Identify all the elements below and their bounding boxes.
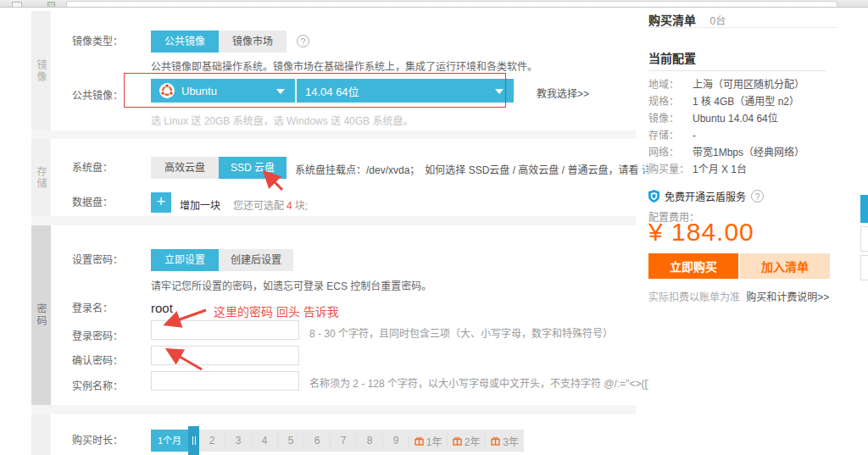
section-password: 密码 设置密码： 立即设置 创建后设置 请牢记您所设置的密码，如遗忘可登录 EC… xyxy=(31,225,636,405)
section-duration: 时长 购买时长： 1个月 2 3 4 5 6 7 8 9 1年 xyxy=(31,414,636,455)
price-value: ¥ 184.00 xyxy=(648,218,754,247)
duration-option[interactable]: 8 xyxy=(357,435,383,447)
action-buttons: 立即购买 加入清单 xyxy=(648,253,830,279)
system-disk-tabs: 高效云盘 SSD 云盘 xyxy=(151,157,287,179)
tab-ssd-disk[interactable]: SSD 云盘 xyxy=(219,157,287,179)
duration-option-year[interactable]: 2年 xyxy=(448,434,486,448)
chevron-down-icon xyxy=(495,89,504,94)
teach-me-link[interactable]: 教我选择>> xyxy=(537,86,589,100)
rail-storage[interactable]: 存储 xyxy=(31,139,51,216)
instance-name-input[interactable] xyxy=(151,371,299,391)
section-storage: 存储 系统盘： 高效云盘 SSD 云盘 系统盘挂载点：/dev/xvda； 如何… xyxy=(31,139,636,216)
instance-name-label: 实例名称： xyxy=(72,375,123,397)
image-type-label: 镜像类型： xyxy=(72,31,123,53)
data-disk-label: 数据盘： xyxy=(72,191,113,214)
shield-help-icon[interactable] xyxy=(751,190,764,203)
duration-option[interactable]: 3 xyxy=(225,435,252,447)
add-disk-text[interactable]: 增加一块 xyxy=(180,197,220,212)
rail-password-label: 密码 xyxy=(34,303,48,327)
billing-link[interactable]: 购买和计费说明>> xyxy=(746,291,829,303)
login-name-value: root xyxy=(151,301,173,315)
duration-option-year[interactable]: 1年 xyxy=(409,434,448,448)
address-bar[interactable] xyxy=(66,1,837,8)
login-password-input[interactable] xyxy=(151,320,299,340)
confirm-password-label: 确认密码： xyxy=(72,350,123,372)
rail-image[interactable]: 镜像 xyxy=(31,11,51,130)
rail-duration[interactable]: 时长 xyxy=(31,414,51,455)
config-title: 当前配置 xyxy=(648,49,696,66)
add-to-cart-button[interactable]: 加入清单 xyxy=(740,253,830,279)
buy-now-button[interactable]: 立即购买 xyxy=(648,253,738,279)
duration-option[interactable]: 6 xyxy=(304,435,331,447)
tab-efficient-disk[interactable]: 高效云盘 xyxy=(151,157,219,179)
image-type-help-icon[interactable] xyxy=(297,35,309,47)
browser-tab[interactable] xyxy=(12,2,22,8)
version-selected: 14.04 64位 xyxy=(305,83,359,99)
duration-option[interactable]: 4 xyxy=(252,435,278,447)
instance-name-rule: 名称须为 2 - 128 个字符，以大小写字母或中文开头，不支持字符 @/:="… xyxy=(309,375,687,390)
remaining-count: 4 xyxy=(284,200,295,212)
shield-text: 免费开通云盾服务 xyxy=(665,189,746,203)
billing-footnote: 实际扣费以账单为准 购买和计费说明>> xyxy=(648,289,829,303)
config-form: 镜像 镜像类型： 公共镜像 镜像市场 公共镜像即基础操作系统。镜像市场在基础操作… xyxy=(31,11,636,455)
config-row-region: 地域：上海（可用区随机分配） xyxy=(648,76,837,93)
duration-slider-handle[interactable] xyxy=(188,426,199,455)
cart-count: 0台 xyxy=(709,15,726,27)
duration-option[interactable]: 7 xyxy=(331,435,357,447)
login-password-rule: 8 - 30 个字符，且同时包含三项（大、小写字母，数字和特殊符号） xyxy=(309,325,613,340)
config-row-image: 镜像：Ubuntu 14.04 64位 xyxy=(648,110,837,127)
tab-set-now[interactable]: 立即设置 xyxy=(151,249,219,271)
login-name-label: 登录名： xyxy=(72,297,113,319)
cart-header: 购买清单 0台 xyxy=(648,8,837,28)
ubuntu-logo-icon xyxy=(159,83,175,98)
ecs-purchase-page: 镜像 镜像类型： 公共镜像 镜像市场 公共镜像即基础操作系统。镜像市场在基础操作… xyxy=(0,0,868,455)
cart-title: 购买清单 xyxy=(648,14,696,27)
floating-widget-mid[interactable] xyxy=(860,226,868,252)
floating-widget-bottom[interactable] xyxy=(860,255,868,280)
password-hint: 请牢记您所设置的密码，如遗忘可登录 ECS 控制台重置密码。 xyxy=(151,278,431,292)
rail-image-label: 镜像 xyxy=(34,59,48,83)
gift-icon xyxy=(491,436,500,446)
mount-note: 系统盘挂载点：/dev/xvda； 如何选择 SSD云盘 / 高效云盘 / 普通… xyxy=(295,162,694,176)
public-image-label: 公共镜像： xyxy=(72,85,123,107)
tab-public-image[interactable]: 公共镜像 xyxy=(151,31,219,53)
duration-selected[interactable]: 1个月 xyxy=(151,430,188,452)
divider xyxy=(648,70,826,71)
remaining-disks: 您还可选配4块; xyxy=(233,197,308,212)
tab-image-market[interactable]: 镜像市场 xyxy=(219,31,287,53)
login-password-label: 登录密码： xyxy=(72,325,123,347)
rail-storage-label: 存储 xyxy=(34,166,48,190)
duration-option[interactable]: 5 xyxy=(278,435,304,447)
add-disk-button[interactable] xyxy=(151,192,171,213)
image-type-desc: 公共镜像即基础操作系统。镜像市场在基础操作系统上，集成了运行环境和各类软件。 xyxy=(151,58,537,73)
config-row-quantity: 购买量：1个月 X 1台 xyxy=(648,161,837,178)
config-row-storage: 存储：- xyxy=(648,127,837,144)
duration-slider: 1个月 2 3 4 5 6 7 8 9 1年 2年 xyxy=(151,430,524,452)
gift-icon xyxy=(453,436,462,446)
page-favicon-icon xyxy=(47,2,55,8)
rail-password[interactable]: 密码 xyxy=(31,225,51,405)
floating-widget-top[interactable] xyxy=(860,195,868,223)
tab-set-later[interactable]: 创建后设置 xyxy=(219,249,293,271)
system-disk-label: 系统盘： xyxy=(72,157,113,179)
footnote-text: 实际扣费以账单为准 xyxy=(648,291,740,303)
chevron-down-icon xyxy=(276,89,285,94)
image-type-tabs: 公共镜像 镜像市场 xyxy=(151,31,287,53)
disk-gift-hint: 选 Linux 送 20GB 系统盘，选 Windows 送 40GB 系统盘。 xyxy=(151,113,413,127)
set-password-tabs: 立即设置 创建后设置 xyxy=(151,249,293,271)
duration-option-year[interactable]: 3年 xyxy=(486,434,524,448)
confirm-password-input[interactable] xyxy=(151,346,299,365)
config-rows: 地域：上海（可用区随机分配） 规格：1 核 4GB（通用型 n2） 镜像：Ubu… xyxy=(648,76,837,178)
gift-icon xyxy=(415,436,424,446)
os-dropdown[interactable]: Ubuntu xyxy=(151,79,295,103)
duration-option[interactable]: 9 xyxy=(383,435,409,447)
duration-option[interactable]: 2 xyxy=(199,435,225,447)
os-selected: Ubuntu xyxy=(181,85,217,97)
shield-service: 免费开通云盾服务 xyxy=(648,189,764,203)
browser-chrome xyxy=(0,0,868,8)
config-row-network: 网络：带宽1Mbps（经典网络） xyxy=(648,144,837,161)
version-dropdown[interactable]: 14.04 64位 xyxy=(297,79,514,103)
summary-panel: 购买清单 0台 当前配置 地域：上海（可用区随机分配） 规格：1 核 4GB（通… xyxy=(648,8,837,455)
shield-icon xyxy=(648,190,659,203)
duration-label: 购买时长： xyxy=(72,430,123,452)
